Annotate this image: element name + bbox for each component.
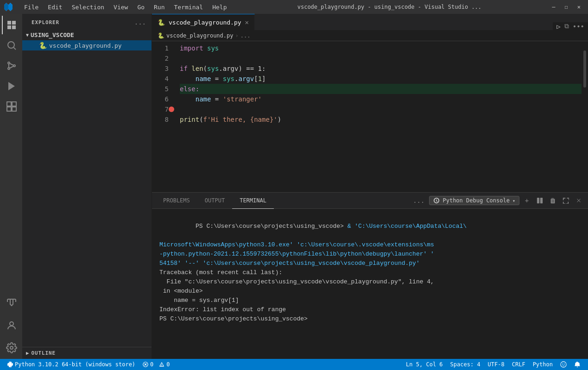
tab-python-icon: 🐍	[158, 19, 165, 26]
tab-vscode-playground[interactable]: 🐍 vscode_playground.py ✕	[152, 14, 255, 30]
minimize-button[interactable]: —	[548, 3, 559, 11]
folder-using-vscode[interactable]: ▼ USING_VSCODE	[22, 30, 152, 40]
folder-arrow-icon: ▼	[26, 32, 29, 38]
tab-close-icon[interactable]: ✕	[245, 19, 249, 26]
view-menu[interactable]: View	[110, 3, 132, 12]
window-controls: — ☐ ✕	[548, 3, 584, 11]
file-menu[interactable]: File	[20, 3, 42, 12]
status-language[interactable]: Python	[529, 359, 556, 370]
term-cmd-1: & 'C:\Users\course\AppData\Local\	[344, 223, 467, 230]
activity-search[interactable]	[2, 36, 20, 55]
code-scrollbar[interactable]	[582, 41, 588, 192]
tab-terminal[interactable]: TERMINAL	[232, 193, 274, 209]
explorer-more-actions[interactable]: ...	[134, 19, 146, 26]
selection-menu[interactable]: Selection	[68, 3, 108, 12]
svg-rect-10	[12, 102, 16, 106]
code-lines[interactable]: import sys if len ( sys .argv) == 1:	[174, 41, 582, 192]
activity-source-control[interactable]	[2, 56, 20, 75]
feedback-icon	[560, 361, 567, 368]
explorer-title: EXPLORER	[32, 19, 59, 25]
delete-terminal-btn[interactable]	[547, 195, 558, 206]
status-python-version[interactable]: Python 3.10.2 64-bit (windows store)	[4, 359, 139, 370]
activity-account[interactable]	[2, 316, 20, 335]
svg-marker-8	[8, 82, 15, 90]
code-line-7	[180, 104, 582, 114]
breadcrumb-ellipsis[interactable]: ...	[240, 32, 251, 39]
split-terminal-btn[interactable]	[534, 195, 545, 206]
breakpoint-marker[interactable]	[169, 107, 174, 112]
outline-title[interactable]: ▶ OUTLINE	[22, 347, 152, 359]
term-path-1: PS C:\Users\course\projects\using_vscode…	[196, 223, 344, 230]
sidebar-header: EXPLORER ...	[22, 14, 152, 30]
python-debug-console-btn[interactable]: Python Debug Console ▾	[429, 196, 519, 205]
svg-point-22	[564, 364, 565, 364]
errors-count: 0	[150, 361, 153, 368]
debug-console-icon	[433, 197, 440, 204]
breadcrumb-file[interactable]: vscode_playground.py	[166, 32, 234, 39]
split-editor-icon[interactable]: ⧉	[564, 22, 569, 30]
activity-test[interactable]	[2, 294, 20, 313]
status-bar: Python 3.10.2 64-bit (windows store) 0 0…	[0, 359, 588, 370]
svg-rect-16	[540, 198, 543, 203]
run-icon[interactable]: ▷	[556, 23, 560, 30]
error-icon	[143, 362, 148, 367]
code-line-5: else:	[180, 84, 582, 94]
svg-point-20	[561, 362, 566, 367]
close-panel-btn[interactable]	[573, 195, 584, 206]
python-version-text: Python 3.10.2 64-bit (windows store)	[15, 361, 135, 368]
tab-problems[interactable]: PROBLEMS	[156, 193, 197, 209]
token-import: import	[180, 43, 203, 53]
code-line-1: import sys	[180, 43, 582, 53]
breadcrumb-python-icon: 🐍	[158, 32, 164, 39]
warnings-count: 0	[166, 361, 170, 368]
status-encoding[interactable]: UTF-8	[484, 359, 508, 370]
go-menu[interactable]: Go	[133, 3, 148, 12]
status-errors[interactable]: 0 0	[139, 359, 173, 370]
panel-more-actions[interactable]: ...	[410, 197, 427, 204]
status-feedback[interactable]	[556, 359, 570, 370]
edit-menu[interactable]: Edit	[44, 3, 66, 12]
svg-rect-11	[7, 107, 11, 111]
breadcrumb-sep1: ›	[235, 32, 239, 39]
more-editor-actions-icon[interactable]: •••	[573, 23, 584, 30]
activity-extensions[interactable]	[2, 97, 20, 116]
code-line-8: print ( f'Hi there, {name}' )	[180, 114, 582, 125]
status-notifications[interactable]	[570, 359, 584, 370]
status-spaces[interactable]: Spaces: 4	[447, 359, 484, 370]
svg-point-21	[562, 364, 563, 364]
code-editor: 1 2 3 4 5 6 7 8 import sys	[152, 41, 588, 192]
terminal-line-9: IndexError: list index out of range	[159, 305, 581, 314]
activity-explorer[interactable]	[2, 16, 20, 34]
window-title: vscode_playground.py - using_vscode - Vi…	[238, 4, 541, 10]
run-menu[interactable]: Run	[150, 3, 168, 12]
activity-run-debug[interactable]	[2, 77, 20, 95]
dropdown-chevron-icon[interactable]: ▾	[512, 198, 515, 203]
titlebar: File Edit Selection View Go Run Terminal…	[0, 0, 588, 14]
editor-area: 🐍 vscode_playground.py ✕ ▷ ⧉ ••• 🐍 vscod…	[152, 14, 588, 359]
maximize-panel-btn[interactable]	[560, 195, 571, 206]
svg-point-13	[10, 322, 13, 326]
maximize-button[interactable]: ☐	[561, 3, 572, 11]
help-menu[interactable]: Help	[209, 3, 230, 12]
tab-filename: vscode_playground.py	[169, 19, 241, 26]
code-line-6: name = 'stranger'	[180, 94, 582, 104]
svg-point-14	[10, 346, 13, 349]
status-ln-col[interactable]: Ln 5, Col 6	[402, 359, 446, 370]
code-content: 1 2 3 4 5 6 7 8 import sys	[152, 41, 588, 192]
panel-tabs: PROBLEMS OUTPUT TERMINAL ... Python Debu…	[152, 193, 588, 209]
status-line-ending[interactable]: CRLF	[508, 359, 529, 370]
terminal-menu[interactable]: Terminal	[171, 3, 207, 12]
terminal-content[interactable]: PS C:\Users\course\projects\using_vscode…	[152, 209, 588, 359]
token-sys: sys	[207, 43, 219, 53]
tab-output[interactable]: OUTPUT	[197, 193, 232, 209]
activity-settings[interactable]	[2, 339, 20, 357]
file-vscode-playground[interactable]: 🐍 vscode_playground.py	[22, 40, 152, 50]
close-button[interactable]: ✕	[574, 3, 584, 11]
svg-point-4	[13, 65, 15, 67]
svg-line-7	[10, 66, 13, 68]
code-line-4: name = sys . argv [ 1 ]	[180, 74, 582, 84]
terminal-line-10: PS C:\Users\course\projects\using_vscode…	[159, 314, 581, 324]
trash-icon	[550, 197, 556, 204]
new-terminal-btn[interactable]: +	[521, 195, 532, 206]
outline-arrow-icon: ▶	[26, 350, 30, 356]
